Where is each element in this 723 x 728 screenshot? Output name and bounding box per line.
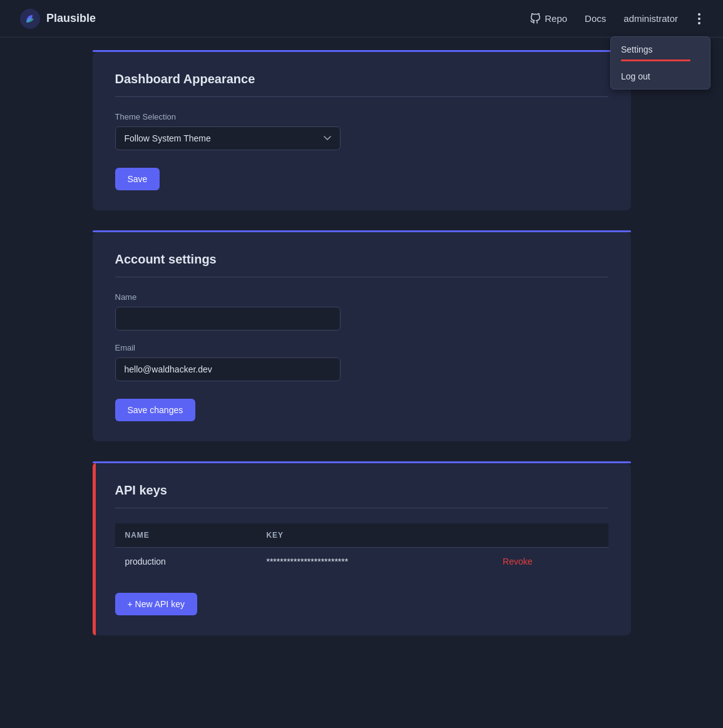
api-keys-table: NAME KEY production ********************… <box>115 523 608 575</box>
theme-select[interactable]: Follow System ThemeLightDark <box>115 126 341 150</box>
api-keys-card: API keys NAME KEY production ***********… <box>93 463 631 635</box>
api-keys-title: API keys <box>115 483 608 498</box>
main-content: Dashboard Appearance Theme Selection Fol… <box>93 38 631 680</box>
save-changes-button[interactable]: Save changes <box>115 399 196 421</box>
api-table-head: NAME KEY <box>115 523 608 548</box>
kebab-dot-1 <box>698 13 700 16</box>
api-col-actions <box>493 523 608 548</box>
navbar: Plausible Repo Docs administrator Settin… <box>0 0 723 38</box>
kebab-dot-3 <box>698 22 700 24</box>
settings-underline <box>621 59 690 61</box>
repo-link[interactable]: Repo <box>530 13 567 24</box>
admin-menu[interactable]: administrator <box>623 13 678 24</box>
repo-label: Repo <box>545 13 567 24</box>
plausible-logo <box>20 9 40 29</box>
table-row: production ************************ Revo… <box>115 548 608 576</box>
api-keys-divider <box>115 508 608 508</box>
navbar-links: Repo Docs administrator <box>530 11 703 27</box>
api-table-body: production ************************ Revo… <box>115 548 608 576</box>
theme-form-group: Theme Selection Follow System ThemeLight… <box>115 112 608 150</box>
revoke-button[interactable]: Revoke <box>503 556 532 567</box>
account-section: Account settings Name Email Save changes <box>93 230 631 441</box>
kebab-dot-2 <box>698 18 700 20</box>
email-label: Email <box>115 343 608 352</box>
admin-dropdown: Settings Log out <box>610 36 710 90</box>
docs-link[interactable]: Docs <box>585 13 606 24</box>
kebab-menu-button[interactable] <box>695 11 703 27</box>
api-key-actions: Revoke <box>493 548 608 576</box>
dropdown-arrow <box>690 36 700 37</box>
logout-menu-item[interactable]: Log out <box>611 64 710 89</box>
appearance-card: Dashboard Appearance Theme Selection Fol… <box>93 52 631 210</box>
api-col-key: KEY <box>256 523 493 548</box>
account-divider <box>115 277 608 277</box>
brand: Plausible <box>20 9 96 29</box>
account-card: Account settings Name Email Save changes <box>93 232 631 441</box>
appearance-divider <box>115 96 608 97</box>
github-icon <box>530 13 541 24</box>
api-keys-section: API keys NAME KEY production ***********… <box>93 461 631 635</box>
theme-label: Theme Selection <box>115 112 608 121</box>
email-form-group: Email <box>115 343 608 381</box>
save-theme-button[interactable]: Save <box>115 168 160 190</box>
docs-label: Docs <box>585 13 606 24</box>
email-input[interactable] <box>115 357 341 381</box>
name-form-group: Name <box>115 292 608 331</box>
brand-name: Plausible <box>46 12 96 25</box>
appearance-title: Dashboard Appearance <box>115 72 608 86</box>
settings-menu-item[interactable]: Settings <box>611 37 710 62</box>
api-table-header-row: NAME KEY <box>115 523 608 548</box>
api-key-value: ************************ <box>256 548 493 576</box>
appearance-section: Dashboard Appearance Theme Selection Fol… <box>93 50 631 210</box>
name-label: Name <box>115 292 608 302</box>
api-card-left-border <box>93 463 96 635</box>
api-col-name: NAME <box>115 523 257 548</box>
api-key-name: production <box>115 548 257 576</box>
new-api-key-button[interactable]: + New API key <box>115 593 197 615</box>
name-input[interactable] <box>115 307 341 331</box>
admin-label: administrator <box>623 13 678 24</box>
account-title: Account settings <box>115 252 608 267</box>
